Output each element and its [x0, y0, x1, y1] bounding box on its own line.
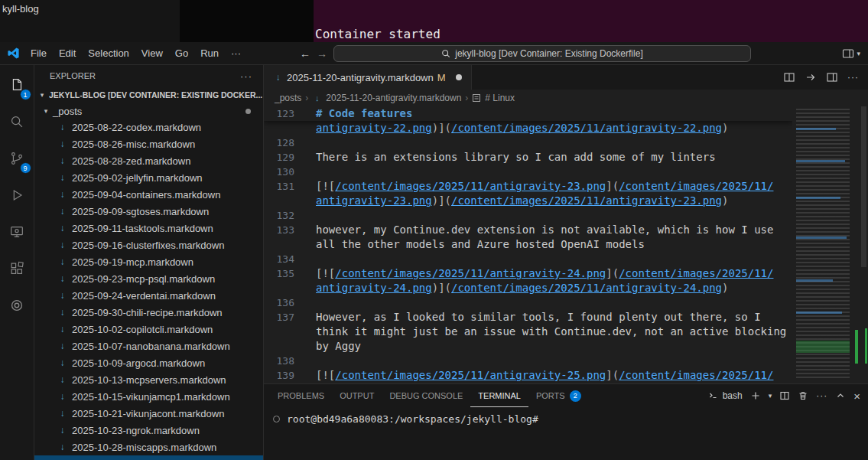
sidebar-item-remote-explorer[interactable] [0, 214, 34, 250]
titlebar-center: ← → jekyll-blog [Dev Container: Existing… [300, 45, 751, 62]
editor-line[interactable]: 139[![/content/images/2025/11/antigravit… [264, 368, 792, 383]
editor-line[interactable]: all the other models and Azure hosted Op… [264, 237, 792, 252]
menu-item-edit[interactable]: Edit [53, 45, 82, 62]
open-changes-icon[interactable] [805, 71, 817, 83]
sidebar-item-run-debug[interactable] [0, 177, 34, 214]
file-row[interactable]: ↓2025-09-30-chili-recipe.markdown [34, 304, 263, 321]
file-row-selected[interactable] [34, 455, 263, 460]
editor-line[interactable]: 129There is an extensions library so I c… [264, 150, 792, 165]
sidebar-item-explorer[interactable]: 1 [0, 67, 34, 103]
unsaved-dot[interactable] [456, 74, 462, 80]
file-row[interactable]: ↓2025-10-15-vikunjamcp1.markdown [34, 388, 263, 405]
menu-item-run[interactable]: Run [194, 45, 225, 62]
editor-line[interactable]: antigravity-24.png)](/content/images/202… [264, 281, 792, 295]
split-editor-icon[interactable] [826, 71, 838, 83]
file-row[interactable]: ↓2025-10-21-vikunjacont.markdown [34, 405, 263, 422]
terminal-panel[interactable]: root@bd49a6a80083:/workspaces/jekyll-blo… [264, 407, 868, 460]
editor-line[interactable]: 134 [264, 252, 792, 266]
sidebar-item-extensions[interactable] [0, 250, 34, 287]
sticky-scroll[interactable]: 123 # Code features [264, 106, 792, 121]
file-row[interactable]: ↓2025-10-23-ngrok.markdown [34, 422, 263, 439]
file-row[interactable]: ↓2025-09-09-sgtoses.markdown [34, 203, 263, 220]
file-row[interactable]: ↓2025-09-04-containers.markdown [34, 186, 263, 203]
file-row[interactable]: ↓2025-10-13-mcpservers.markdown [34, 371, 263, 388]
line-number [264, 325, 294, 339]
sidebar-item-source-control[interactable]: 9 [0, 140, 34, 177]
editor-line[interactable]: 132 [264, 208, 792, 223]
editor-line[interactable]: 136 [264, 295, 792, 310]
panel-tab-terminal[interactable]: TERMINAL [470, 384, 528, 407]
file-row[interactable]: ↓2025-09-16-clusterfixes.markdown [34, 237, 263, 253]
file-row[interactable]: ↓2025-09-11-tasktools.markdown [34, 220, 263, 237]
kill-terminal-icon[interactable] [798, 390, 808, 401]
back-icon[interactable]: ← [300, 47, 310, 60]
editor-line[interactable]: 133however, my Continue.dev extension is… [264, 223, 792, 237]
breadcrumb-file[interactable]: 2025-11-20-antigravity.markdown [326, 93, 461, 103]
minimap[interactable] [792, 106, 860, 383]
menu-item-file[interactable]: File [24, 45, 53, 62]
file-row[interactable]: ↓2025-09-19-mcp.markdown [34, 253, 263, 270]
sidebar-header: EXPLORER ··· [34, 65, 263, 86]
file-row[interactable]: ↓2025-09-23-mcp-psql.markdown [34, 270, 263, 287]
editor-line[interactable]: 131[![/content/images/2025/11/antigravit… [264, 179, 792, 194]
workspace-section-header[interactable]: ▾ JEKYLL-BLOG [DEV CONTAINER: EXISTING D… [34, 86, 263, 103]
shell-picker[interactable]: bash [708, 390, 743, 401]
file-row[interactable]: ↓2025-09-24-verdentai.markdown [34, 287, 263, 304]
editor-line[interactable]: think it might just be an issue with Con… [264, 325, 792, 339]
menu-item-selection[interactable]: Selection [82, 45, 135, 62]
split-terminal-icon[interactable] [779, 390, 790, 401]
customize-layout-icon[interactable] [842, 47, 854, 60]
scrollbar[interactable] [860, 106, 868, 383]
file-row[interactable]: ↓2025-10-07-nanobanana.markdown [34, 338, 263, 354]
command-center[interactable]: jekyll-blog [Dev Container: Existing Doc… [333, 45, 751, 62]
sidebar-item-search[interactable] [0, 103, 34, 140]
close-panel-icon[interactable]: × [853, 390, 860, 402]
editor-line[interactable]: 128 [264, 135, 792, 150]
new-terminal-icon[interactable] [750, 390, 761, 401]
maximize-panel-icon[interactable] [835, 390, 846, 401]
editor-line[interactable]: antigravity-25.png)](/content/images/202… [264, 383, 792, 383]
breadcrumb-symbol[interactable]: # Linux [485, 93, 515, 103]
file-row[interactable]: ↓2025-09-02-jellyfin.markdown [34, 169, 263, 186]
panel-tab-debug-console[interactable]: DEBUG CONSOLE [382, 384, 470, 407]
chevron-down-icon[interactable]: ▾ [857, 50, 860, 57]
file-row[interactable]: ↓2025-08-22-codex.markdown [34, 119, 263, 135]
tab-antigravity-markdown[interactable]: ↓ 2025-11-20-antigravity.markdown M [264, 65, 472, 90]
panel-more-icon[interactable]: ··· [816, 390, 827, 401]
folder-item-posts[interactable]: ▾ _posts [34, 103, 263, 119]
panel-tab-output[interactable]: OUTPUT [332, 384, 382, 407]
menu-item-view[interactable]: View [135, 45, 169, 62]
open-preview-icon[interactable] [783, 71, 795, 83]
file-row[interactable]: ↓2025-10-28-miscapps.markdown [34, 439, 263, 455]
markdown-icon: ↓ [57, 442, 67, 452]
vscode-logo-icon[interactable] [7, 47, 20, 60]
breadcrumb-folder[interactable]: _posts [275, 93, 301, 103]
file-row[interactable]: ↓2025-08-28-zed.markdown [34, 152, 263, 169]
editor-line[interactable]: antigravity-22.png)](/content/images/202… [264, 121, 792, 135]
menu-item-go[interactable]: Go [169, 45, 194, 62]
file-row[interactable]: ↓2025-08-26-misc.markdown [34, 135, 263, 152]
editor-line[interactable]: 130 [264, 165, 792, 179]
more-actions-icon[interactable]: ··· [240, 70, 252, 82]
menu-bar: FileEditSelectionViewGoRun··· [24, 45, 247, 62]
scrollbar-slider[interactable] [861, 106, 866, 267]
menu-item--[interactable]: ··· [225, 45, 247, 62]
code-area[interactable]: antigravity-22.png)](/content/images/202… [264, 106, 792, 383]
panel-tab-ports[interactable]: PORTS2 [528, 384, 589, 407]
file-row[interactable]: ↓2025-10-02-copilotcli.markdown [34, 321, 263, 338]
minimap-content [796, 109, 850, 378]
editor-line[interactable]: antigravity-23.png)](/content/images/202… [264, 194, 792, 208]
editor-line[interactable]: 135[![/content/images/2025/11/antigravit… [264, 266, 792, 281]
forward-icon[interactable]: → [317, 47, 327, 60]
panel-tab-label: TERMINAL [478, 391, 521, 400]
editor-line[interactable]: 137However, as I looked to similar tools… [264, 310, 792, 325]
editor-line[interactable]: 138 [264, 354, 792, 368]
sidebar-item-extension-view[interactable] [0, 287, 34, 324]
markdown-icon: ↓ [57, 139, 67, 149]
chevron-down-icon[interactable]: ▾ [769, 392, 772, 400]
ring-icon [8, 297, 25, 314]
more-actions-icon[interactable]: ··· [847, 72, 859, 83]
panel-tab-problems[interactable]: PROBLEMS [270, 384, 332, 407]
editor-line[interactable]: by Aggy [264, 339, 792, 354]
file-row[interactable]: ↓2025-10-09-argocd.markdown [34, 354, 263, 371]
